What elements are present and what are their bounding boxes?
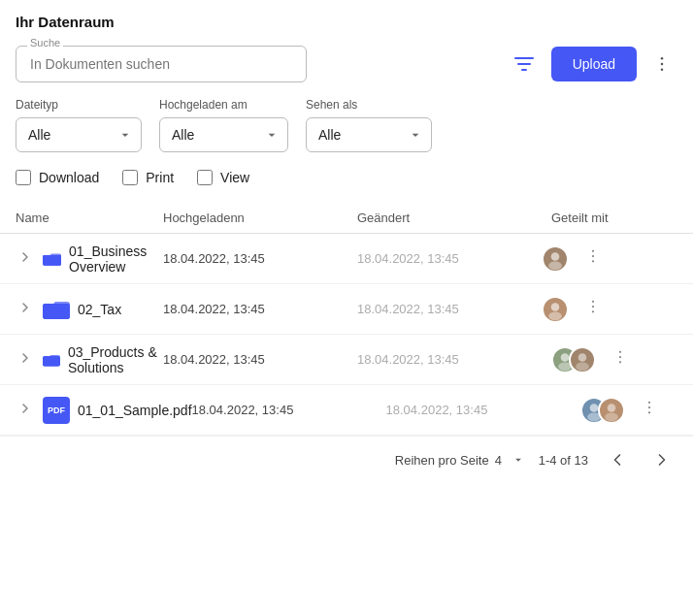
svg-point-31 xyxy=(607,404,615,412)
upload-button[interactable]: Upload xyxy=(551,47,637,81)
row-more-button[interactable] xyxy=(578,294,608,324)
row-name: PDF 01_01_Sample.pdf xyxy=(16,397,192,424)
prev-page-button[interactable] xyxy=(602,446,633,473)
hochgeladen-label: Hochgeladen am xyxy=(159,98,288,112)
folder-icon xyxy=(43,349,60,371)
chevron-right-small-icon xyxy=(19,302,31,313)
dateityp-label: Dateityp xyxy=(16,98,142,112)
file-name: 01_Business Overview xyxy=(69,243,163,275)
page-title: Ihr Datenraum xyxy=(0,0,693,38)
svg-point-27 xyxy=(619,356,621,358)
row-name: 03_Products & Solutions xyxy=(16,344,163,375)
hochgeladen-select[interactable]: Alle Heute Diese Woche Diesen Monat xyxy=(159,117,288,152)
print-label: Print xyxy=(146,170,174,185)
avatar xyxy=(569,346,596,373)
print-checkbox[interactable] xyxy=(122,170,138,185)
table-row: 01_Business Overview 18.04.2022, 13:45 1… xyxy=(0,234,693,284)
svg-point-11 xyxy=(592,255,594,257)
search-input[interactable] xyxy=(16,46,307,82)
svg-point-29 xyxy=(589,404,598,412)
col-changed: Geändert xyxy=(357,211,551,225)
svg-rect-7 xyxy=(43,254,61,265)
rows-per-page-label: Reihen pro Seite xyxy=(395,453,489,468)
more-vert-row-icon xyxy=(641,399,658,416)
next-page-button[interactable] xyxy=(646,446,677,473)
sehen-filter: Sehen als Alle xyxy=(306,98,432,152)
filter-icon xyxy=(512,52,536,76)
svg-rect-14 xyxy=(43,304,70,319)
table-row: PDF 01_01_Sample.pdf 18.04.2022, 13:45 1… xyxy=(0,385,693,436)
table-row: 03_Products & Solutions 18.04.2022, 13:4… xyxy=(0,335,693,385)
svg-point-16 xyxy=(548,311,562,320)
row-changed: 18.04.2022, 13:45 xyxy=(357,352,551,367)
row-changed: 18.04.2022, 13:45 xyxy=(357,302,551,316)
rows-per-page-group: Reihen pro Seite 4 10 25 50 xyxy=(395,453,525,468)
expand-button[interactable] xyxy=(16,350,35,369)
svg-point-9 xyxy=(548,261,562,270)
svg-point-12 xyxy=(592,260,594,262)
download-label: Download xyxy=(39,170,99,185)
row-name: 02_Tax xyxy=(16,299,163,320)
chevron-right-small-icon xyxy=(19,251,31,263)
folder-icon xyxy=(43,299,70,320)
shared-cell xyxy=(551,344,677,374)
col-shared: Geteilt mit xyxy=(551,211,677,225)
file-name: 02_Tax xyxy=(78,302,121,317)
expand-button[interactable] xyxy=(16,401,35,419)
page-size-select[interactable]: 4 10 25 50 xyxy=(495,453,525,468)
more-button[interactable] xyxy=(646,49,677,80)
row-more-button[interactable] xyxy=(606,344,635,374)
chevron-right-icon xyxy=(652,450,672,470)
sehen-label: Sehen als xyxy=(306,98,432,112)
svg-point-24 xyxy=(578,353,587,362)
toolbar: Suche Upload xyxy=(0,38,693,94)
chevron-left-icon xyxy=(608,450,627,470)
file-name: 03_Products & Solutions xyxy=(68,344,163,375)
expand-button[interactable] xyxy=(16,300,35,318)
filter-button[interactable] xyxy=(507,47,542,81)
view-checkbox-item[interactable]: View xyxy=(197,170,249,185)
chevron-right-small-icon xyxy=(19,403,31,414)
svg-point-17 xyxy=(592,301,594,303)
svg-point-32 xyxy=(605,412,618,421)
download-checkbox-item[interactable]: Download xyxy=(16,170,99,185)
svg-point-3 xyxy=(661,57,664,60)
row-more-button[interactable] xyxy=(635,395,664,425)
file-name: 01_01_Sample.pdf xyxy=(78,403,192,418)
print-checkbox-item[interactable]: Print xyxy=(122,170,174,185)
row-name: 01_Business Overview xyxy=(16,243,163,275)
table-body: 01_Business Overview 18.04.2022, 13:45 1… xyxy=(0,234,693,436)
avatar xyxy=(598,397,625,424)
svg-point-34 xyxy=(647,406,649,408)
expand-button[interactable] xyxy=(16,249,35,268)
svg-point-10 xyxy=(592,250,594,252)
download-checkbox[interactable] xyxy=(16,170,31,185)
table-header: Name Hochgeladenn Geändert Geteilt mit xyxy=(0,203,693,234)
folder-icon xyxy=(43,248,61,270)
row-uploaded: 18.04.2022, 13:45 xyxy=(163,352,357,367)
search-box: Suche xyxy=(16,46,307,82)
svg-point-25 xyxy=(576,362,589,371)
shared-cell xyxy=(580,395,693,425)
col-name: Name xyxy=(16,211,163,225)
row-changed: 18.04.2022, 13:45 xyxy=(357,251,551,266)
more-vert-row-icon xyxy=(584,247,602,265)
filters-row: Dateityp Alle PDF Word Excel Hochgeladen… xyxy=(0,94,693,164)
row-uploaded: 18.04.2022, 13:45 xyxy=(163,302,357,316)
row-uploaded: 18.04.2022, 13:45 xyxy=(163,251,357,266)
svg-point-4 xyxy=(661,63,664,66)
more-vert-icon xyxy=(652,54,672,74)
row-changed: 18.04.2022, 13:45 xyxy=(386,403,580,417)
hochgeladen-filter: Hochgeladen am Alle Heute Diese Woche Di… xyxy=(159,98,288,152)
dateityp-select[interactable]: Alle PDF Word Excel xyxy=(16,117,142,152)
svg-point-26 xyxy=(619,351,621,353)
shared-cell xyxy=(551,243,677,274)
view-checkbox[interactable] xyxy=(197,170,213,185)
sehen-select[interactable]: Alle xyxy=(306,117,432,152)
svg-point-15 xyxy=(551,303,560,311)
svg-point-19 xyxy=(592,310,594,312)
svg-point-5 xyxy=(661,69,664,72)
svg-rect-21 xyxy=(43,356,60,366)
view-label: View xyxy=(220,170,249,185)
row-more-button[interactable] xyxy=(578,243,608,274)
